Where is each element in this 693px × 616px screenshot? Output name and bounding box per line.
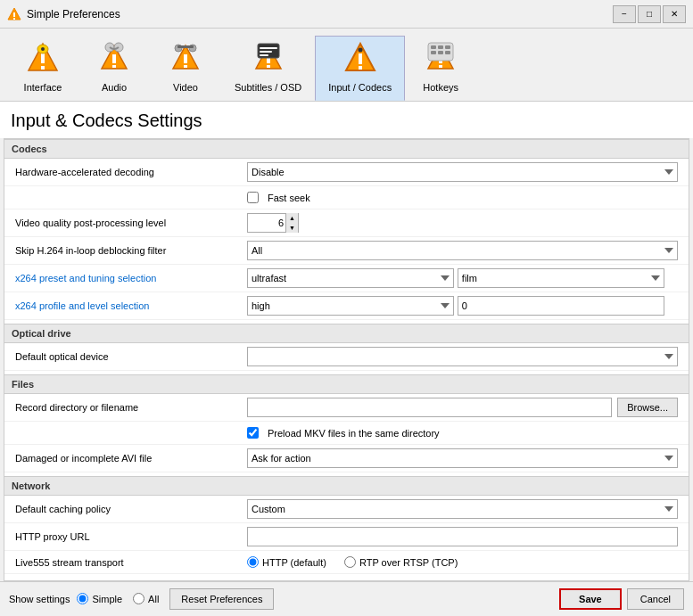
title-bar: Simple Preferences − □ ✕ [0, 0, 693, 29]
vq-spin-up[interactable]: ▲ [285, 213, 298, 223]
cancel-button[interactable]: Cancel [627, 588, 684, 610]
preload-mkv-checkbox[interactable] [247, 427, 259, 439]
simple-mode-radio[interactable] [77, 593, 88, 604]
live555-rtp-option[interactable]: RTP over RTSP (TCP) [344, 556, 458, 568]
video-icon [169, 42, 202, 78]
tab-bar: Interface Audio Video [0, 29, 693, 102]
http-proxy-row: HTTP proxy URL [4, 523, 689, 551]
optical-device-select[interactable] [247, 347, 678, 366]
save-button[interactable]: Save [559, 588, 622, 610]
all-mode-radio[interactable] [133, 593, 144, 604]
svg-rect-27 [359, 53, 362, 64]
show-settings-label: Show settings [9, 594, 70, 604]
tab-video-label: Video [173, 82, 198, 93]
x264-profile-select[interactable]: high baseline main high10 high422 high44… [247, 296, 454, 316]
network-section-header: Network [4, 476, 689, 496]
caching-control: Custom Lowest latency Low latency Normal… [247, 499, 678, 519]
live555-http-radio[interactable] [247, 556, 259, 568]
skip-h264-control: All None Non-ref Bidir [247, 241, 678, 260]
tab-audio[interactable]: Audio [78, 36, 150, 101]
window-title: Simple Preferences [27, 8, 613, 21]
x264-preset-select[interactable]: ultrafast superfast veryfast faster fast… [247, 268, 454, 288]
svg-rect-1 [13, 12, 15, 17]
tab-hotkeys-label: Hotkeys [423, 82, 458, 93]
caching-row: Default caching policy Custom Lowest lat… [4, 496, 689, 523]
all-mode-option[interactable]: All [133, 593, 159, 604]
x264-preset-label[interactable]: x264 preset and tuning selection [15, 273, 247, 283]
skip-h264-label: Skip H.264 in-loop deblocking filter [15, 245, 247, 256]
tab-video[interactable]: Video [150, 36, 221, 101]
optical-device-row: Default optical device [4, 343, 689, 371]
vq-input[interactable] [248, 214, 285, 232]
caching-select[interactable]: Custom Lowest latency Low latency Normal… [247, 499, 678, 519]
x264-level-input[interactable] [458, 296, 664, 316]
reset-preferences-button[interactable]: Reset Preferences [169, 588, 274, 610]
live555-http-option[interactable]: HTTP (default) [247, 556, 326, 568]
live555-rtp-radio[interactable] [344, 556, 356, 568]
preload-mkv-row: Preload MKV files in the same directory [4, 422, 689, 445]
close-button[interactable]: ✕ [663, 5, 686, 23]
simple-mode-option[interactable]: Simple [77, 593, 122, 604]
fast-seek-checkbox[interactable] [247, 192, 259, 203]
x264-tuning-select[interactable]: film animation grain stillimage psnr ssi… [458, 268, 664, 288]
svg-rect-24 [260, 51, 272, 53]
hw-decoding-select[interactable]: Disable Any DirectX VA2 DXVA2 (copy-back… [247, 162, 678, 182]
record-label: Record directory or filename [15, 402, 247, 413]
tab-subtitles-label: Subtitles / OSD [235, 82, 301, 93]
maximize-button[interactable]: □ [638, 5, 661, 23]
skip-h264-select[interactable]: All None Non-ref Bidir [247, 241, 678, 260]
live555-label: Live555 stream transport [15, 557, 247, 568]
svg-rect-14 [184, 54, 187, 63]
hw-decoding-label: Hardware-accelerated decoding [15, 167, 247, 177]
tab-input[interactable]: Input / Codecs [315, 36, 405, 101]
vq-spin-buttons: ▲ ▼ [285, 213, 298, 233]
fast-seek-control: Fast seek [247, 192, 678, 203]
browse-button[interactable]: Browse... [617, 398, 678, 417]
x264-profile-row: x264 profile and level selection high ba… [4, 292, 689, 320]
http-proxy-control [247, 527, 678, 546]
vq-row: Video quality post-processing level ▲ ▼ [4, 209, 689, 237]
svg-rect-33 [439, 65, 442, 68]
svg-rect-38 [431, 51, 436, 54]
fast-seek-row: Fast seek [4, 186, 689, 209]
fast-seek-text[interactable]: Fast seek [268, 193, 310, 203]
record-control: Browse... [247, 398, 678, 417]
tab-hotkeys[interactable]: Hotkeys [405, 36, 476, 101]
damaged-avi-control: Ask for action Always fix Never fix [247, 448, 678, 468]
all-mode-label: All [148, 594, 159, 604]
x264-profile-label[interactable]: x264 profile and level selection [15, 300, 247, 311]
svg-rect-21 [267, 65, 270, 68]
hotkeys-icon [425, 42, 457, 78]
damaged-avi-select[interactable]: Ask for action Always fix Never fix [247, 448, 678, 468]
http-proxy-input[interactable] [247, 527, 678, 546]
page-title: Input & Codecs Settings [0, 102, 693, 138]
hw-decoding-control: Disable Any DirectX VA2 DXVA2 (copy-back… [247, 162, 678, 182]
optical-section-header: Optical drive [4, 324, 689, 343]
damaged-avi-label: Damaged or incomplete AVI file [15, 453, 247, 464]
interface-icon [27, 42, 59, 78]
record-input[interactable] [247, 398, 612, 417]
record-row: Record directory or filename Browse... [4, 394, 689, 422]
svg-rect-15 [184, 65, 187, 68]
live555-row: Live555 stream transport HTTP (default) … [4, 551, 689, 574]
svg-rect-40 [445, 51, 450, 54]
tab-subtitles[interactable]: Subtitles / OSD [221, 36, 315, 101]
simple-mode-label: Simple [92, 594, 122, 604]
app-icon [7, 7, 21, 21]
bottom-bar: Show settings Simple All Reset Preferenc… [0, 581, 693, 615]
svg-rect-10 [112, 65, 116, 68]
tab-input-label: Input / Codecs [328, 82, 392, 93]
vq-spin-down[interactable]: ▼ [285, 223, 298, 233]
live555-control: HTTP (default) RTP over RTSP (TCP) [247, 556, 678, 568]
hw-decoding-row: Hardware-accelerated decoding Disable An… [4, 159, 689, 186]
svg-rect-37 [445, 45, 450, 49]
live555-rtp-label: RTP over RTSP (TCP) [359, 557, 458, 568]
tab-interface-label: Interface [24, 82, 62, 93]
audio-icon [98, 42, 130, 78]
preload-mkv-text[interactable]: Preload MKV files in the same directory [268, 428, 440, 439]
svg-rect-28 [359, 66, 362, 70]
tab-interface[interactable]: Interface [7, 36, 78, 101]
svg-rect-25 [260, 54, 268, 56]
subtitles-icon [252, 42, 285, 78]
minimize-button[interactable]: − [613, 5, 636, 23]
